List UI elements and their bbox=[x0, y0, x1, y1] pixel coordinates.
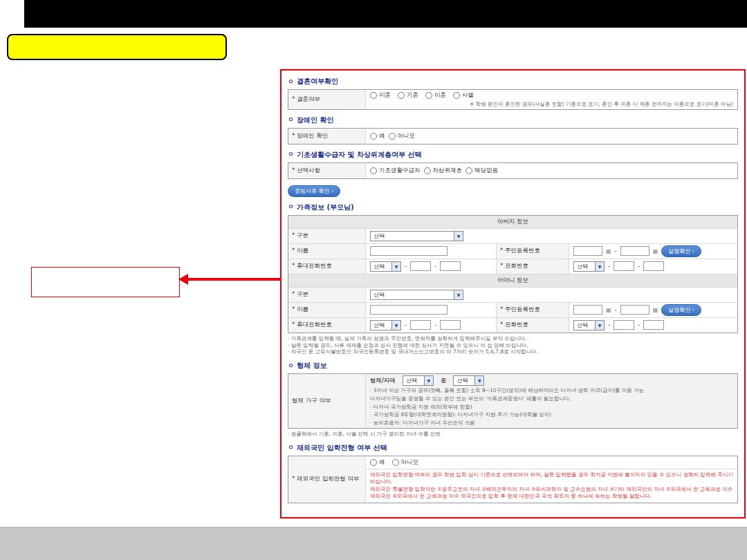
siblings-prefix-text: 형제/자매 bbox=[370, 377, 396, 385]
marriage-radio-widowed[interactable] bbox=[453, 92, 460, 99]
siblings-section: ㅇ 형제 정보 형제 가구 여부 형제/자매 선택 ▼ 중 bbox=[288, 361, 738, 438]
disability-radio-yes[interactable] bbox=[370, 133, 377, 140]
mother-mobile-input-2[interactable] bbox=[440, 320, 461, 330]
section-bullet-icon: ㅇ bbox=[288, 443, 294, 452]
dropdown-arrow-icon: ▼ bbox=[454, 290, 463, 299]
mother-type-select[interactable]: 선택 ▼ bbox=[370, 290, 463, 300]
livelihood-section: ㅇ 기초생활수급자 및 차상위계층여부 선택 * 선택사항 기초생활수급자 차상… bbox=[288, 150, 738, 197]
marriage-value-cell: 미혼 기혼 이혼 사별 bbox=[366, 90, 737, 109]
marriage-option-widowed-label: 사별 bbox=[462, 91, 474, 100]
livelihood-row: * 선택사항 기초생활수급자 차상위계층 해당없음 bbox=[288, 163, 737, 178]
father-mobile-prefix-value: 선택 bbox=[371, 262, 391, 271]
mother-name-row: * 이름 * 주민등록번호 ▦ - ▦ 실명확인 › bbox=[288, 302, 737, 317]
father-name-input[interactable] bbox=[370, 246, 448, 256]
dropdown-arrow-icon: ▼ bbox=[391, 262, 400, 271]
disability-value-cell: 예 아니오 bbox=[366, 129, 737, 144]
dash-separator: - bbox=[405, 321, 407, 328]
mother-phone-label: * 전화번호 bbox=[496, 318, 569, 333]
siblings-section-title: ㅇ 형제 정보 bbox=[288, 361, 738, 371]
mother-rrn-input-1[interactable] bbox=[573, 305, 602, 315]
livelihood-option-none[interactable]: 해당없음 bbox=[465, 167, 498, 175]
father-phone-input-1[interactable] bbox=[614, 261, 634, 271]
dropdown-arrow-icon: ▼ bbox=[595, 321, 604, 330]
mother-rrn-label: * 주민등록번호 bbox=[496, 303, 569, 317]
mother-info-subheader: 어머니 정보 bbox=[288, 274, 737, 287]
mother-phone-cell: 선택 ▼ - - bbox=[569, 318, 737, 333]
father-mobile-prefix-select[interactable]: 선택 ▼ bbox=[370, 261, 401, 272]
father-mobile-input-1[interactable] bbox=[410, 261, 431, 271]
livelihood-label: * 선택사항 bbox=[288, 163, 366, 178]
marriage-option-widowed[interactable]: 사별 bbox=[453, 91, 474, 100]
siblings-count-select[interactable]: 선택 ▼ bbox=[403, 375, 434, 386]
mother-phone-prefix-value: 선택 bbox=[574, 321, 595, 330]
father-verify-name-button[interactable]: 실명확인 › bbox=[661, 245, 701, 257]
father-phone-input-2[interactable] bbox=[643, 261, 664, 271]
callout-arrow-line bbox=[188, 278, 280, 281]
mother-phone-input-2[interactable] bbox=[643, 320, 664, 330]
overseas-option-yes-label: 예 bbox=[379, 458, 385, 467]
father-rrn-input-2[interactable] bbox=[620, 246, 649, 256]
dash-separator: - bbox=[615, 306, 617, 313]
father-phone-cell: 선택 ▼ - - bbox=[569, 259, 737, 274]
overseas-option-yes[interactable]: 예 bbox=[370, 458, 385, 467]
dropdown-arrow-icon: ▼ bbox=[474, 376, 483, 385]
mother-mobile-input-1[interactable] bbox=[410, 320, 431, 330]
mother-verify-name-button[interactable]: 실명확인 › bbox=[661, 304, 701, 316]
livelihood-radio-nearpoor[interactable] bbox=[424, 167, 431, 174]
father-mobile-input-2[interactable] bbox=[440, 261, 461, 271]
mother-phone-input-1[interactable] bbox=[614, 320, 634, 330]
disability-option-no[interactable]: 아니오 bbox=[389, 132, 416, 140]
livelihood-radio-none[interactable] bbox=[465, 167, 472, 174]
mother-name-input[interactable] bbox=[370, 305, 448, 315]
marriage-radio-divorced[interactable] bbox=[425, 92, 432, 99]
father-type-select[interactable]: 선택 ▼ bbox=[370, 231, 463, 241]
family-note-1: · 가족관계를 입력할 때, 실제 가족의 성명과 주민번호, 연락처를 정확하… bbox=[288, 335, 738, 342]
marriage-radio-married[interactable] bbox=[398, 92, 405, 99]
page: ㅇ 결혼여부확인 * 결혼여부 미혼 기혼 bbox=[0, 0, 747, 560]
disability-section-title-text: 장애인 확인 bbox=[297, 115, 333, 125]
mother-mobile-prefix-select[interactable]: 선택 ▼ bbox=[370, 320, 401, 330]
marriage-radio-single[interactable] bbox=[370, 92, 377, 99]
father-phone-prefix-select[interactable]: 선택 ▼ bbox=[573, 261, 605, 272]
marriage-option-divorced[interactable]: 이혼 bbox=[425, 91, 446, 100]
disability-row: * 장애인 확인 예 아니오 bbox=[288, 129, 737, 144]
virtual-keypad-icon[interactable]: ▦ bbox=[606, 248, 611, 254]
livelihood-radio-basic[interactable] bbox=[370, 167, 377, 174]
disability-option-yes[interactable]: 예 bbox=[370, 132, 385, 140]
siblings-label: 형제 가구 여부 bbox=[288, 374, 366, 428]
disability-radio-no[interactable] bbox=[389, 133, 396, 140]
marriage-option-married[interactable]: 기혼 bbox=[398, 91, 418, 100]
family-notes: · 가족관계를 입력할 때, 실제 가족의 성명과 주민번호, 연락처를 정확하… bbox=[288, 335, 738, 355]
virtual-keypad-icon[interactable]: ▦ bbox=[606, 307, 611, 313]
dropdown-arrow-icon: ▼ bbox=[595, 262, 604, 271]
virtual-keypad-icon[interactable]: ▦ bbox=[653, 307, 658, 313]
overseas-radio-no[interactable] bbox=[392, 459, 399, 466]
marriage-option-single[interactable]: 미혼 bbox=[370, 91, 391, 100]
mother-phone-prefix-select[interactable]: 선택 ▼ bbox=[573, 320, 605, 330]
proof-documents-button[interactable]: 증빙서류 확인 › bbox=[288, 185, 340, 197]
siblings-middle-text: 중 bbox=[441, 377, 447, 385]
livelihood-option-nearpoor[interactable]: 차상위계층 bbox=[424, 167, 463, 175]
father-type-cell: 선택 ▼ bbox=[366, 229, 737, 243]
father-rrn-input-1[interactable] bbox=[573, 246, 602, 256]
dash-separator: - bbox=[405, 263, 407, 270]
overseas-radio-yes[interactable] bbox=[370, 459, 377, 466]
mother-rrn-input-2[interactable] bbox=[620, 305, 649, 315]
livelihood-option-basic[interactable]: 기초생활수급자 bbox=[370, 167, 421, 175]
overseas-option-no-label: 아니오 bbox=[401, 458, 419, 467]
disability-label: * 장애인 확인 bbox=[288, 129, 366, 144]
siblings-table: 형제 가구 여부 형제/자매 선택 ▼ 중 선택 ▼ bbox=[288, 373, 738, 429]
father-name-label: * 이름 bbox=[288, 244, 366, 259]
father-rrn-label: * 주민등록번호 bbox=[496, 244, 569, 259]
top-black-bar bbox=[24, 0, 747, 28]
father-name-row: * 이름 * 주민등록번호 ▦ - ▦ 실명확인 › bbox=[288, 243, 737, 259]
siblings-order-select[interactable]: 선택 ▼ bbox=[453, 375, 484, 386]
marriage-section-title-text: 결혼여부확인 bbox=[297, 77, 338, 86]
overseas-option-no[interactable]: 아니오 bbox=[392, 458, 419, 467]
livelihood-option-basic-label: 기초생활수급자 bbox=[379, 167, 421, 175]
siblings-count-select-value: 선택 bbox=[403, 376, 424, 385]
virtual-keypad-icon[interactable]: ▦ bbox=[653, 248, 658, 254]
father-mobile-label: * 휴대전화번호 bbox=[288, 259, 366, 274]
father-name-cell bbox=[366, 244, 496, 259]
mother-mobile-label: * 휴대전화번호 bbox=[288, 318, 366, 333]
